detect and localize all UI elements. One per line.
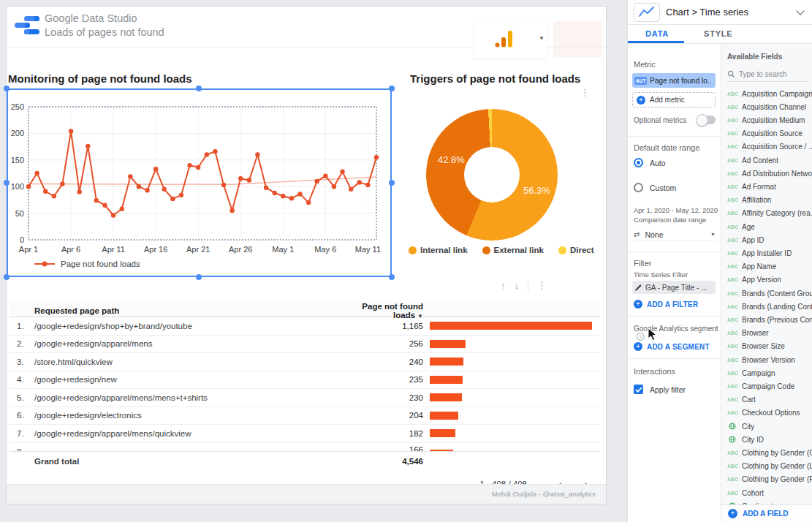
value-col-header[interactable]: Page not found loads▼	[359, 302, 426, 319]
field-item[interactable]: ABCCampaign	[727, 366, 812, 379]
field-item[interactable]: ABCApp Name	[727, 260, 812, 273]
add-segment-label: ADD A SEGMENT	[647, 343, 710, 351]
active-tab-underline	[628, 41, 684, 43]
checkbox-checked-icon[interactable]	[634, 385, 643, 394]
mouse-cursor	[648, 328, 657, 341]
table-row[interactable]: 6./google+redesign/electronics204	[10, 407, 600, 425]
field-item[interactable]: ABCClothing by Gender (L...	[727, 460, 812, 473]
selection-handle[interactable]	[4, 180, 10, 186]
chart-selection-outline[interactable]	[7, 88, 392, 277]
field-item[interactable]: ABCAge	[727, 220, 812, 233]
field-item[interactable]: ABCApp Version	[727, 273, 812, 287]
table-row[interactable]: 1./google+redesign/shop+by+brand/youtube…	[10, 317, 600, 336]
selection-handle[interactable]	[196, 86, 202, 91]
legend-item[interactable]: Direct	[558, 246, 594, 254]
section-divider	[628, 136, 721, 137]
field-item[interactable]: ABCCheckout Options	[727, 406, 812, 420]
field-item[interactable]: ABCAffinity Category (rea...	[727, 207, 812, 220]
selection-handle[interactable]	[196, 274, 202, 280]
field-item[interactable]: ABCAd Content	[727, 154, 812, 167]
table-row[interactable]: 4./google+redesign/new235	[10, 371, 600, 390]
field-item[interactable]: City ID	[727, 433, 812, 446]
field-item[interactable]: ABCBrands (Content Grou...	[727, 287, 812, 300]
field-name: Browser Version	[742, 356, 795, 364]
available-fields-title: Available Fields	[727, 53, 782, 61]
report-footer: Mehdi Oudjida - @wissi_analytics	[7, 484, 606, 504]
field-item[interactable]: ABCApp Installer ID	[727, 246, 812, 260]
table-row[interactable]: 7./google+redesign/apparel/mens/quickvie…	[10, 425, 600, 443]
field-item[interactable]: ABCClothing by Gender (C...	[727, 446, 812, 459]
field-name: App Installer ID	[742, 249, 792, 257]
table-row[interactable]: 5./google+redesign/apparel/mens/mens+t+s…	[10, 389, 600, 407]
field-item[interactable]: ABCAcquisition Medium	[727, 113, 812, 126]
path-col-header: Requested page path	[34, 306, 359, 315]
field-item[interactable]: ABCAcquisition Source / ...	[727, 140, 812, 154]
search-input[interactable]	[739, 70, 802, 78]
field-item[interactable]: City	[727, 420, 812, 433]
add-segment-button[interactable]: + ADD A SEGMENT	[634, 342, 710, 351]
google-analytics-source-button[interactable]: ▼	[474, 19, 547, 58]
chevron-down-icon[interactable]	[796, 7, 804, 15]
add-filter-button[interactable]: + ADD A FILTER	[634, 300, 698, 309]
field-item[interactable]: ABCAd Format	[727, 180, 812, 193]
table-more-menu-icon[interactable]: ⋮	[537, 280, 547, 291]
filter-chip[interactable]: GA - Page Title - ...	[632, 281, 716, 294]
field-item[interactable]: ABCAd Distribution Netwo...	[727, 167, 812, 180]
field-name: Brands (Content Grou...	[742, 290, 812, 298]
field-item[interactable]: ABCApp ID	[727, 233, 812, 246]
selection-handle[interactable]	[389, 274, 395, 280]
optional-metrics-toggle[interactable]	[697, 116, 716, 124]
field-item[interactable]: ABCAcquisition Source	[727, 127, 812, 140]
date-range-custom-option[interactable]: Custom	[634, 183, 676, 192]
row-value: 230	[359, 393, 426, 402]
chart-type-icon[interactable]	[634, 3, 660, 22]
row-path: /google+redesign/new	[34, 375, 359, 384]
field-item[interactable]: ABCCart	[727, 393, 812, 406]
tab-data[interactable]: DATA	[645, 29, 669, 38]
field-item[interactable]: ABCBrands (Previous Con...	[727, 313, 812, 326]
field-name: Clothing by Gender (C...	[742, 449, 812, 457]
selection-handle[interactable]	[4, 274, 10, 280]
field-item[interactable]: ABCClothing by Gender (P...	[727, 473, 812, 486]
row-bar-cell	[426, 322, 600, 330]
row-rank: 1.	[10, 322, 34, 330]
field-type-text-icon: ABC	[727, 171, 737, 176]
field-item[interactable]: ABCAcquisition Channel	[727, 100, 812, 113]
apply-filter-checkbox-row[interactable]: Apply filter	[634, 385, 686, 394]
chart-more-menu-icon[interactable]: ⋮	[580, 87, 590, 98]
donut-chart[interactable]: 42.8% 56.3%	[426, 109, 558, 241]
sort-up-icon[interactable]: ↑	[501, 280, 506, 291]
selection-handle[interactable]	[389, 180, 395, 186]
help-icon[interactable]: ?	[637, 333, 645, 341]
field-name: Ad Format	[742, 183, 776, 191]
metric-chip[interactable]: AUT Page not found lo..	[632, 73, 716, 88]
field-name: Affiliation	[742, 196, 771, 204]
field-item[interactable]: ABCBrands (Landing Cont...	[727, 300, 812, 313]
add-field-button[interactable]: + ADD A FIELD	[721, 504, 812, 522]
table-row[interactable]: 2./google+redesign/apparel/mens256	[10, 336, 600, 354]
date-range-section-label: Default date range	[634, 143, 700, 152]
legend-item[interactable]: Internal link	[409, 246, 468, 254]
field-item[interactable]: ABCCampaign Code	[727, 379, 812, 393]
field-item[interactable]: ABCAffiliation	[727, 194, 812, 207]
field-item[interactable]: ABCCohort	[727, 486, 812, 499]
selection-handle[interactable]	[4, 86, 10, 91]
field-name: Acquisition Campaign	[742, 90, 812, 98]
field-item[interactable]: ABCBrowser Version	[727, 353, 812, 366]
comparison-value: None	[645, 230, 705, 239]
selection-handle[interactable]	[389, 86, 395, 91]
field-item[interactable]: ABCBrowser	[727, 327, 812, 340]
legend-item[interactable]: External link	[482, 246, 544, 254]
field-item[interactable]: ABCBrowser Size	[727, 340, 812, 353]
tab-style[interactable]: STYLE	[704, 29, 732, 38]
field-item[interactable]: ABCAcquisition Campaign	[727, 87, 812, 100]
date-range-auto-option[interactable]: Auto	[634, 158, 666, 167]
sort-down-icon[interactable]: ↓	[515, 280, 520, 291]
add-metric-button[interactable]: + Add metric	[632, 92, 716, 107]
comparison-range-select[interactable]: ⇄ None ▼	[634, 228, 716, 241]
table-row[interactable]: 3./store.html/quickview240	[10, 353, 600, 371]
add-metric-label: Add metric	[650, 96, 685, 104]
source-dropdown-caret-icon[interactable]: ▼	[539, 35, 545, 42]
add-filter-label: ADD A FILTER	[647, 300, 698, 309]
metric-section-label: Metric	[634, 60, 656, 69]
